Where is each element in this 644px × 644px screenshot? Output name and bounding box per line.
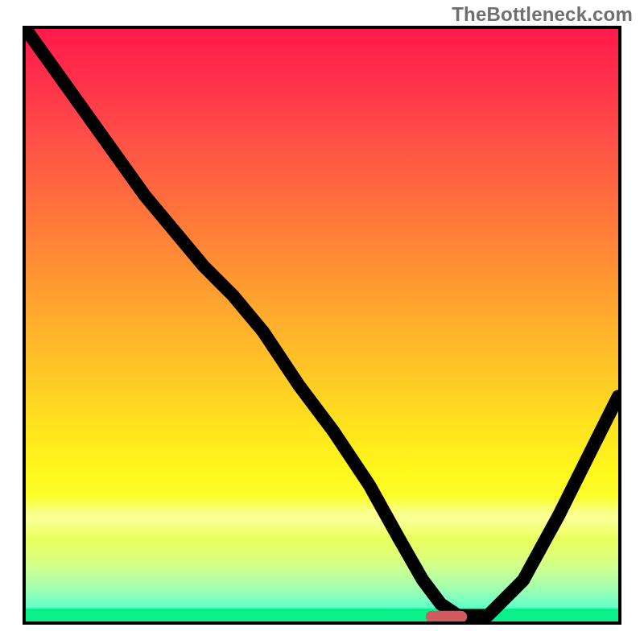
plot-border bbox=[23, 26, 621, 625]
bottleneck-curve-path bbox=[26, 29, 618, 616]
optimal-zone-marker bbox=[426, 611, 468, 621]
curve-overlay bbox=[26, 29, 618, 621]
chart-container: TheBottleneck.com bbox=[0, 0, 644, 644]
watermark-text: TheBottleneck.com bbox=[452, 3, 633, 26]
plot-area bbox=[26, 29, 618, 621]
